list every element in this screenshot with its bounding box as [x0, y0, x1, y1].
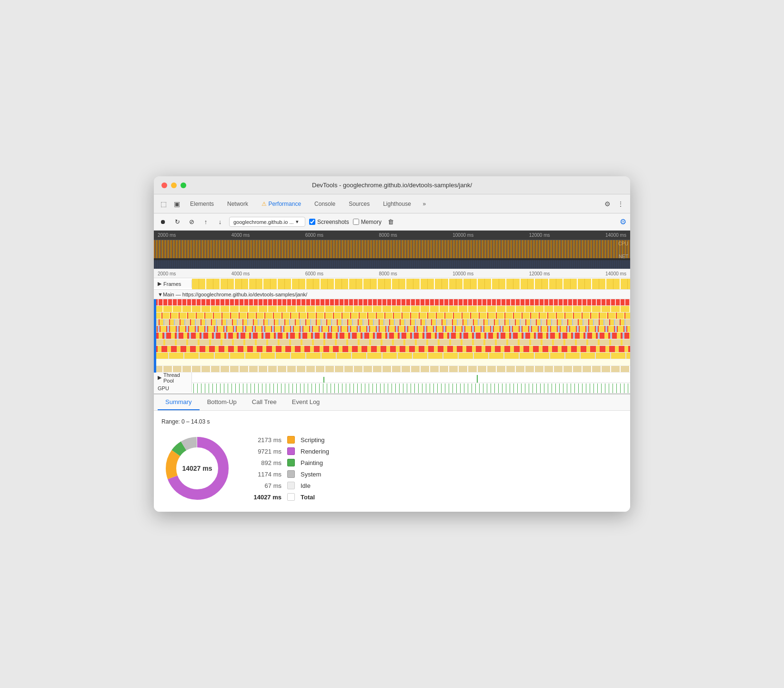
tab-bar: ⬚ ▣ Elements Network ⚠ Performance Conso…	[154, 194, 630, 213]
painting-swatch	[287, 459, 295, 466]
frames-content[interactable]	[192, 279, 630, 289]
main-collapse-icon[interactable]: ▼	[158, 292, 163, 297]
thread-spike-1	[323, 377, 324, 383]
perf-settings-icon[interactable]: ⚙	[620, 217, 626, 226]
maximize-button[interactable]	[181, 182, 186, 188]
window-title: DevTools - googlechrome.github.io/devtoo…	[312, 182, 472, 189]
garbage-collect-icon[interactable]: 🗑	[385, 217, 396, 227]
thread-pool-row: ▶ Thread Pool	[154, 373, 630, 383]
devtools-window: DevTools - googlechrome.github.io/devtoo…	[154, 176, 630, 512]
bottom-ruler: 2000 ms 4000 ms 6000 ms 8000 ms 10000 ms…	[154, 269, 630, 278]
mixed-row-3	[154, 333, 630, 339]
mixed-row-2	[154, 326, 630, 333]
selection-highlight	[154, 299, 156, 373]
system-label: System	[301, 471, 321, 478]
screenshots-checkbox-group: Screenshots	[309, 219, 349, 225]
gpu-label: GPU	[154, 384, 192, 392]
frames-row: ▶ Frames	[154, 278, 630, 290]
tab-event-log[interactable]: Event Log	[284, 395, 328, 410]
inspect-icon[interactable]: ⬚	[158, 198, 169, 210]
legend-total: 14027 ms Total	[248, 493, 329, 501]
total-value: 14027 ms	[248, 494, 281, 501]
legend-table: 2173 ms Scripting 9721 ms Rendering 892 …	[248, 436, 329, 501]
scripting-row-5	[154, 366, 630, 373]
device-icon[interactable]: ▣	[171, 198, 182, 210]
record-button[interactable]: ⏺	[158, 217, 168, 227]
frames-bar	[192, 279, 630, 289]
range-text: Range: 0 – 14.03 s	[161, 418, 623, 425]
gpu-content[interactable]	[192, 384, 630, 393]
traffic-lights	[161, 182, 186, 188]
scripting-row-4	[154, 353, 630, 359]
legend-system: 1174 ms System	[248, 470, 329, 478]
top-ruler: 2000 ms 4000 ms 6000 ms 8000 ms 10000 ms…	[154, 231, 630, 240]
net-chart	[154, 260, 630, 269]
timeline-overview: 2000 ms 4000 ms 6000 ms 8000 ms 10000 ms…	[154, 231, 630, 269]
thread-spike-2	[477, 375, 478, 383]
tab-elements[interactable]: Elements	[184, 198, 220, 210]
tab-summary[interactable]: Summary	[158, 395, 200, 410]
more-options-icon[interactable]: ⋮	[615, 198, 626, 210]
legend-idle: 67 ms Idle	[248, 482, 329, 489]
overview-area[interactable]: CPU NET	[154, 240, 630, 269]
thread-pool-content[interactable]	[192, 373, 630, 383]
mixed-row-4	[154, 346, 630, 353]
total-label: Total	[301, 494, 315, 501]
settings-icon[interactable]: ⚙	[602, 198, 613, 210]
warning-icon: ⚠	[261, 201, 268, 207]
flame-chart-container[interactable]	[154, 299, 630, 373]
url-display: googlechrome.github.io ... ▾	[229, 217, 305, 227]
tab-call-tree[interactable]: Call Tree	[244, 395, 284, 410]
tab-bottom-up[interactable]: Bottom-Up	[200, 395, 244, 410]
tasks-row-1	[154, 299, 630, 306]
thread-pool-expand-icon[interactable]: ▶	[158, 374, 161, 381]
total-swatch	[287, 493, 295, 501]
screenshots-checkbox[interactable]	[309, 219, 315, 225]
scripting-row-1	[154, 306, 630, 313]
close-button[interactable]	[161, 182, 167, 188]
gpu-row: GPU	[154, 383, 630, 394]
system-swatch	[287, 470, 295, 478]
rendering-value: 9721 ms	[248, 448, 281, 455]
scripting-value: 2173 ms	[248, 436, 281, 444]
painting-value: 892 ms	[248, 459, 281, 466]
controls-bar: ⏺ ↻ ⊘ ↑ ↓ googlechrome.github.io ... ▾ S…	[154, 213, 630, 231]
frames-expand-icon[interactable]: ▶	[158, 281, 161, 287]
scripting-swatch	[287, 436, 295, 444]
rendering-label: Rendering	[301, 448, 329, 455]
tab-lighthouse[interactable]: Lighthouse	[377, 198, 417, 210]
summary-content: Range: 0 – 14.03 s	[154, 411, 630, 512]
legend-painting: 892 ms Painting	[248, 459, 329, 466]
net-label: NET	[619, 254, 628, 259]
mixed-row-1	[154, 319, 630, 326]
memory-checkbox[interactable]	[353, 219, 359, 225]
tab-performance[interactable]: ⚠ Performance	[256, 198, 307, 210]
ruler-marks-top: 2000 ms 4000 ms 6000 ms 8000 ms 10000 ms…	[158, 233, 626, 238]
idle-value: 67 ms	[248, 482, 281, 489]
dropdown-icon[interactable]: ▾	[296, 219, 299, 225]
tab-console[interactable]: Console	[309, 198, 341, 210]
minimize-button[interactable]	[171, 182, 177, 188]
track-area: ▶ Frames ▼ Main — https://googlechrome.g…	[154, 278, 630, 394]
tab-network[interactable]: Network	[221, 198, 254, 210]
bottom-tab-bar: Summary Bottom-Up Call Tree Event Log	[154, 395, 630, 411]
painting-label: Painting	[301, 459, 323, 466]
rendering-swatch	[287, 447, 295, 455]
donut-center: 14027 ms	[182, 465, 212, 472]
scripting-label: Scripting	[301, 436, 325, 444]
cpu-chart	[154, 240, 630, 258]
clear-button[interactable]: ⊘	[186, 217, 197, 227]
main-thread-label: ▼ Main — https://googlechrome.github.io/…	[154, 290, 630, 299]
idle-label: Idle	[301, 482, 311, 489]
refresh-button[interactable]: ↻	[172, 217, 182, 227]
tab-sources[interactable]: Sources	[343, 198, 375, 210]
system-value: 1174 ms	[248, 471, 281, 478]
frames-label: ▶ Frames	[154, 280, 192, 288]
summary-body: 14027 ms 2173 ms Scripting 9721 ms Rende…	[161, 433, 623, 504]
download-button[interactable]: ↓	[215, 217, 225, 227]
memory-checkbox-group: Memory	[353, 219, 382, 225]
upload-button[interactable]: ↑	[201, 217, 211, 227]
scripting-row-3	[154, 339, 630, 346]
more-tabs-icon[interactable]: »	[419, 198, 430, 210]
bottom-panel: Summary Bottom-Up Call Tree Event Log Ra…	[154, 394, 630, 512]
